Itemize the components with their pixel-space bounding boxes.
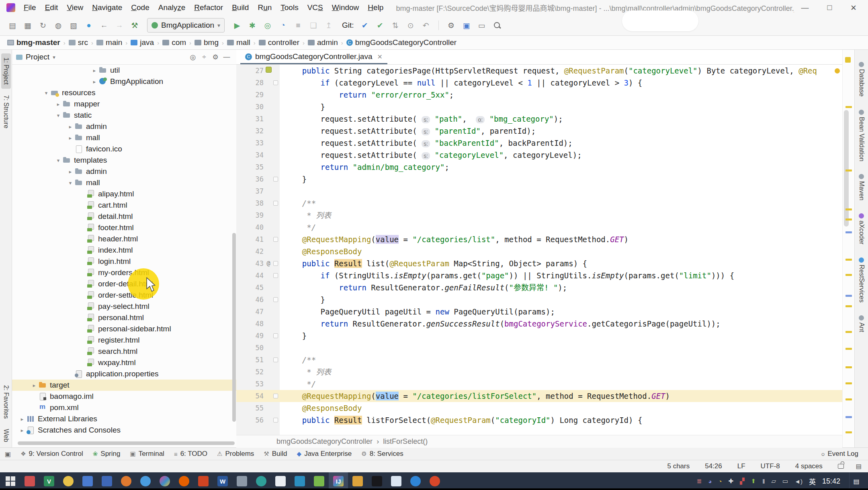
project-structure-icon[interactable]: ▧: [67, 18, 80, 32]
editor-gutter[interactable]: 44: [236, 270, 280, 282]
breadcrumb-item-bmg[interactable]: bmg: [193, 38, 220, 47]
fold-marker[interactable]: [273, 197, 280, 209]
stripe-mark[interactable]: [845, 398, 852, 400]
maximize-button[interactable]: □: [827, 3, 832, 12]
indicator-icon[interactable]: ▤: [856, 463, 862, 470]
tree-chevron-icon[interactable]: ▸: [90, 67, 99, 74]
tree-item-favicon-ico[interactable]: favicon.ico: [12, 143, 236, 155]
code-line-46[interactable]: 46 }: [236, 294, 842, 306]
code-line-34[interactable]: 34 request.setAttribute( s: "categoryLev…: [236, 149, 842, 161]
fold-marker[interactable]: [273, 233, 280, 245]
fold-marker[interactable]: [273, 354, 280, 366]
tree-item-mapper[interactable]: ▸mapper: [12, 98, 236, 110]
find-in-path-icon[interactable]: ▣: [460, 18, 473, 32]
save-all-icon[interactable]: ▦: [21, 18, 35, 32]
tree-chevron-icon[interactable]: ▸: [66, 135, 75, 141]
stripe-mark[interactable]: [845, 259, 852, 261]
tree-item-my-orders-html[interactable]: my-orders.html: [12, 267, 236, 278]
taskbar-app-folder[interactable]: [348, 472, 367, 488]
open-icon[interactable]: ▤: [6, 18, 19, 32]
tree-item-external-libraries[interactable]: ▸External Libraries: [12, 413, 236, 425]
editor-gutter[interactable]: 38: [236, 197, 280, 209]
tree-chevron-icon[interactable]: ▾: [66, 180, 75, 186]
inspection-status-icon[interactable]: [845, 57, 851, 63]
tree-item-bmgapplication[interactable]: ▸BmgApplication: [12, 76, 236, 87]
settings-icon[interactable]: ◍: [51, 18, 65, 32]
code-line-45[interactable]: 45 return ResultGenerator.genFailResult(…: [236, 282, 842, 294]
tree-item-detail-html[interactable]: detail.html: [12, 211, 236, 222]
taskbar-app-teal[interactable]: [252, 472, 271, 488]
tray-card-icon[interactable]: ▱: [771, 478, 776, 485]
editor-gutter[interactable]: 53: [236, 378, 280, 390]
code-line-41[interactable]: 41 @RequestMapping(value = "/categories/…: [236, 233, 842, 245]
taskbar-app-vscode[interactable]: [290, 472, 309, 488]
profile-icon[interactable]: ◔: [276, 18, 290, 32]
tree-item-application-properties[interactable]: application.properties: [12, 368, 236, 380]
taskbar-app-yellow-ball[interactable]: [59, 472, 78, 488]
editor-breadcrumb-item[interactable]: listForSelect(): [383, 437, 428, 446]
menu-help[interactable]: Help: [363, 3, 388, 12]
code-line-39[interactable]: 39 * 列表: [236, 209, 842, 221]
stripe-mark[interactable]: [845, 295, 852, 297]
tree-horizontal-scrollbar[interactable]: [18, 441, 235, 445]
stop-icon[interactable]: ■: [291, 18, 305, 32]
tree-item-static[interactable]: ▾static: [12, 110, 236, 121]
taskbar-app-chrome[interactable]: [155, 472, 174, 488]
taskbar-app-white-doc[interactable]: [271, 472, 290, 488]
tool-button-2-favorites[interactable]: 2: Favorites: [1, 381, 11, 423]
tray-pin-icon[interactable]: ✚: [728, 478, 733, 485]
tree-chevron-icon[interactable]: ▸: [54, 101, 63, 107]
tree-item-admin[interactable]: ▸admin: [12, 166, 236, 177]
stripe-mark[interactable]: [845, 231, 852, 233]
editor-gutter[interactable]: 36: [236, 173, 280, 185]
menu-edit[interactable]: Edit: [41, 3, 63, 12]
menu-analyze[interactable]: Analyze: [154, 3, 190, 12]
fold-marker[interactable]: [273, 390, 280, 402]
stripe-mark[interactable]: [845, 348, 852, 350]
code-line-49[interactable]: 49 }: [236, 330, 842, 342]
menu-view[interactable]: View: [62, 3, 88, 12]
git-revert-icon[interactable]: ↶: [419, 18, 433, 32]
breadcrumb-item-com[interactable]: com: [161, 38, 188, 47]
menu-code[interactable]: Code: [127, 3, 154, 12]
menu-run[interactable]: Run: [253, 3, 276, 12]
debug-icon[interactable]: ✱: [246, 18, 259, 32]
editor-gutter[interactable]: 27: [236, 65, 280, 77]
tree-item-admin[interactable]: ▸admin: [12, 121, 236, 132]
tree-chevron-icon[interactable]: ▸: [18, 427, 27, 433]
code-line-31[interactable]: 31 request.setAttribute( s: "path", o: "…: [236, 113, 842, 125]
stripe-mark[interactable]: [845, 106, 852, 108]
layout-icon[interactable]: ▭: [475, 18, 489, 32]
tree-vertical-scrollbar[interactable]: [232, 233, 236, 422]
build-artifact-icon[interactable]: ❑: [307, 18, 320, 32]
editor-gutter[interactable]: 46: [236, 294, 280, 306]
tray-display-icon[interactable]: ▭: [782, 478, 788, 485]
tree-item-search-html[interactable]: search.html: [12, 346, 236, 357]
panel-settings-icon[interactable]: ⚙: [210, 53, 221, 61]
back-icon[interactable]: ←: [97, 18, 111, 32]
editor-gutter[interactable]: 34: [236, 149, 280, 161]
tree-chevron-icon[interactable]: ▸: [30, 382, 39, 388]
tray-volume-icon[interactable]: ◄): [794, 478, 802, 485]
editor-gutter[interactable]: 55: [236, 402, 280, 414]
taskbar-app-intellij[interactable]: IJ: [329, 472, 348, 488]
taskbar-app-orange-search[interactable]: [117, 472, 136, 488]
editor-gutter[interactable]: 45: [236, 282, 280, 294]
menu-file[interactable]: File: [19, 3, 41, 12]
stripe-mark[interactable]: [845, 382, 852, 384]
code-line-43[interactable]: 43@ public Result list(@RequestParam Map…: [236, 257, 842, 270]
collapse-all-icon[interactable]: ÷: [199, 53, 210, 61]
tree-item-footer-html[interactable]: footer.html: [12, 222, 236, 233]
taskbar-app-red[interactable]: [20, 472, 39, 488]
tree-item-register-html[interactable]: register.html: [12, 335, 236, 346]
git-commit-icon[interactable]: ✔: [373, 18, 387, 32]
code-line-32[interactable]: 32 request.setAttribute( s: "parentId", …: [236, 125, 842, 137]
tool-window-button-terminal[interactable]: ▣Terminal: [125, 449, 169, 459]
tree-item-mall[interactable]: ▾mall: [12, 177, 236, 188]
tab-close-icon[interactable]: ✕: [377, 53, 383, 61]
breadcrumb-item-main[interactable]: main: [95, 38, 124, 47]
taskbar-app-doc-blue[interactable]: [387, 472, 406, 488]
editor-gutter[interactable]: 43@: [236, 257, 280, 270]
breadcrumb-item-controller[interactable]: controller: [257, 38, 301, 47]
editor-gutter[interactable]: 54: [236, 390, 280, 402]
